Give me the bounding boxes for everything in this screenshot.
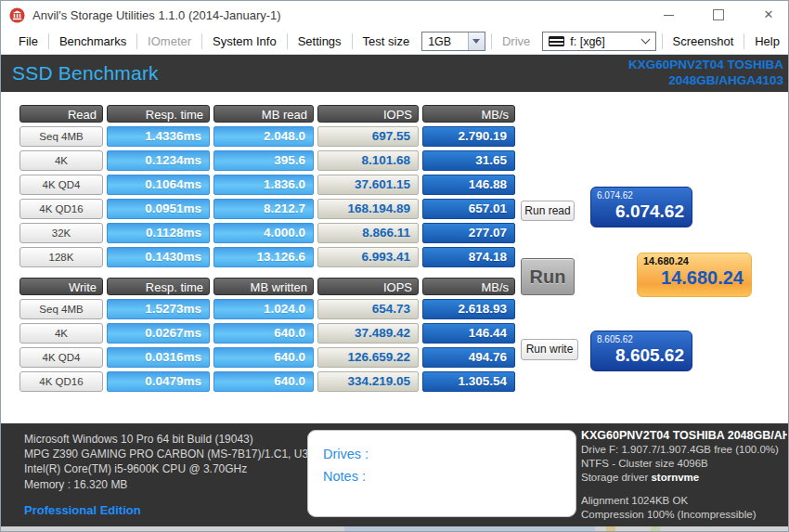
- write-row-label[interactable]: 4K: [19, 323, 103, 344]
- read-row-label[interactable]: Seq 4MB: [19, 126, 103, 147]
- read-resp-time: 0.1064ms: [107, 175, 210, 195]
- read-mb: 13.126.6: [213, 247, 314, 267]
- menu-file[interactable]: File: [10, 31, 46, 52]
- run-button[interactable]: Run: [521, 258, 575, 295]
- compression-line: Compression 100% (Incompressible): [581, 508, 787, 522]
- mb-read-header[interactable]: MB read: [213, 105, 314, 123]
- window-title: Anvil's Storage Utilities 1.1.0 (2014-Ja…: [32, 8, 281, 22]
- close-icon[interactable]: ✕: [762, 8, 775, 21]
- mbs-header[interactable]: MB/s: [422, 278, 515, 295]
- menu-system-info[interactable]: System Info: [204, 31, 285, 52]
- read-row-label[interactable]: 4K: [19, 150, 103, 171]
- write-iops: 654.73: [317, 299, 419, 319]
- write-row-label[interactable]: 4K QD4: [19, 347, 103, 368]
- edition-label: Professional Edition: [24, 503, 322, 518]
- write-iops: 37.489.42: [317, 323, 419, 344]
- run-write-button[interactable]: Run write: [521, 339, 578, 360]
- mb-written-header[interactable]: MB written: [213, 278, 314, 295]
- read-mb: 2.048.0: [213, 126, 314, 147]
- alignment-line: Alignment 1024KB OK: [581, 494, 787, 508]
- read-mb: 395.6: [213, 150, 314, 171]
- write-mb: 640.0: [213, 323, 314, 344]
- total-score-small: 14.680.24: [638, 253, 751, 266]
- drive-icon: [549, 36, 564, 46]
- resp-time-header[interactable]: Resp. time: [107, 278, 210, 295]
- menu-separator: [201, 33, 202, 49]
- memory-line: Memory : 16.320 MB: [24, 477, 322, 492]
- read-row-label[interactable]: 32K: [19, 223, 103, 243]
- iops-header[interactable]: IOPS: [317, 278, 419, 295]
- write-mbs: 494.76: [422, 347, 515, 368]
- write-resp-time: 1.5273ms: [107, 299, 210, 319]
- write-iops: 126.659.22: [317, 347, 419, 368]
- write-row-label[interactable]: Seq 4MB: [19, 299, 103, 319]
- os-line: Microsoft Windows 10 Pro 64 bit Build (1…: [24, 432, 322, 447]
- read-mbs: 874.18: [422, 247, 515, 267]
- write-score-box: 8.605.62 8.605.62: [590, 331, 692, 371]
- menu-benchmarks[interactable]: Benchmarks: [51, 31, 135, 52]
- storage-driver-value: stornvme: [651, 472, 699, 483]
- filesystem-line: NTFS - Cluster size 4096B: [581, 457, 787, 471]
- write-score-small: 8.605.62: [591, 331, 692, 344]
- menu-separator: [48, 33, 49, 49]
- read-resp-time: 0.1234ms: [107, 150, 210, 171]
- read-mbs: 277.07: [422, 223, 515, 243]
- menu-separator: [662, 33, 663, 49]
- window-bottom-edge: [1, 526, 788, 532]
- drive-select[interactable]: f: [xg6]: [542, 32, 655, 51]
- drives-label: Drives :: [323, 443, 561, 465]
- write-mb: 640.0: [213, 347, 314, 368]
- read-score-box: 6.074.62 6.074.62: [590, 187, 692, 227]
- menu-separator: [352, 33, 353, 49]
- notes-box[interactable]: Drives : Notes :: [307, 430, 576, 517]
- read-row-label[interactable]: 4K QD16: [19, 199, 103, 219]
- menu-settings[interactable]: Settings: [290, 31, 350, 52]
- maximize-icon[interactable]: [712, 8, 725, 21]
- cpu-line: Intel(R) Core(TM) i5-9600K CPU @ 3.70GHz: [24, 461, 322, 476]
- drive-value: f: [xg6]: [564, 35, 638, 48]
- read-mb: 8.212.7: [213, 199, 314, 219]
- read-resp-time: 1.4336ms: [107, 126, 210, 147]
- write-score-value: 8.605.62: [591, 344, 692, 367]
- test-size-dropdown-icon[interactable]: [468, 32, 485, 50]
- system-info-block: Microsoft Windows 10 Pro 64 bit Build (1…: [24, 432, 322, 518]
- menu-separator: [136, 33, 137, 49]
- iops-header[interactable]: IOPS: [317, 105, 419, 123]
- drive-info-title: KXG60PNV2T04 TOSHIBA 2048GB/AHGA4103: [581, 428, 787, 443]
- device-name-line2: 2048GB/AHGA4103: [628, 72, 783, 88]
- write-row-label[interactable]: 4K QD16: [19, 371, 103, 392]
- resp-time-header[interactable]: Resp. time: [107, 105, 210, 123]
- mbs-header[interactable]: MB/s: [422, 105, 515, 123]
- total-score-box: 14.680.24 14.680.24: [637, 253, 752, 297]
- read-row-label[interactable]: 4K QD4: [19, 175, 103, 195]
- run-read-button[interactable]: Run read: [521, 201, 575, 221]
- read-score-value: 6.074.62: [591, 201, 692, 223]
- storage-driver-line: Storage driver stornvme: [581, 471, 787, 485]
- menu-help[interactable]: Help: [746, 31, 788, 52]
- read-mbs: 146.88: [422, 175, 515, 195]
- read-row-label[interactable]: 128K: [19, 247, 103, 267]
- test-size-select[interactable]: 1GB: [421, 32, 485, 51]
- read-resp-time: 0.1430ms: [107, 247, 210, 267]
- title-bar: Anvil's Storage Utilities 1.1.0 (2014-Ja…: [1, 1, 788, 29]
- drive-label: Drive: [494, 31, 538, 52]
- minimize-icon[interactable]: [662, 8, 675, 21]
- page-title: SSD Benchmark: [12, 62, 159, 84]
- read-table: Read Resp. time MB read IOPS MB/s Seq 4M…: [19, 105, 515, 267]
- menu-screenshot[interactable]: Screenshot: [665, 31, 743, 52]
- menu-iometer: IOmeter: [139, 31, 200, 52]
- menu-separator: [491, 33, 492, 49]
- read-resp-time: 0.0951ms: [107, 199, 210, 219]
- read-iops: 8.866.11: [317, 223, 419, 243]
- read-iops: 37.601.15: [317, 175, 419, 195]
- write-resp-time: 0.0316ms: [107, 347, 210, 368]
- device-name-line1: KXG60PNV2T04 TOSHIBA: [628, 57, 783, 72]
- menu-separator: [287, 33, 288, 49]
- write-mbs: 1.305.54: [422, 371, 515, 392]
- test-size-label: Test size: [355, 31, 419, 52]
- write-header[interactable]: Write: [19, 278, 103, 295]
- menu-separator: [744, 33, 744, 49]
- read-iops: 697.55: [317, 126, 419, 147]
- read-header[interactable]: Read: [19, 105, 103, 123]
- drive-free-line: Drive F: 1.907.7/1.907.4GB free (100.0%): [581, 443, 787, 457]
